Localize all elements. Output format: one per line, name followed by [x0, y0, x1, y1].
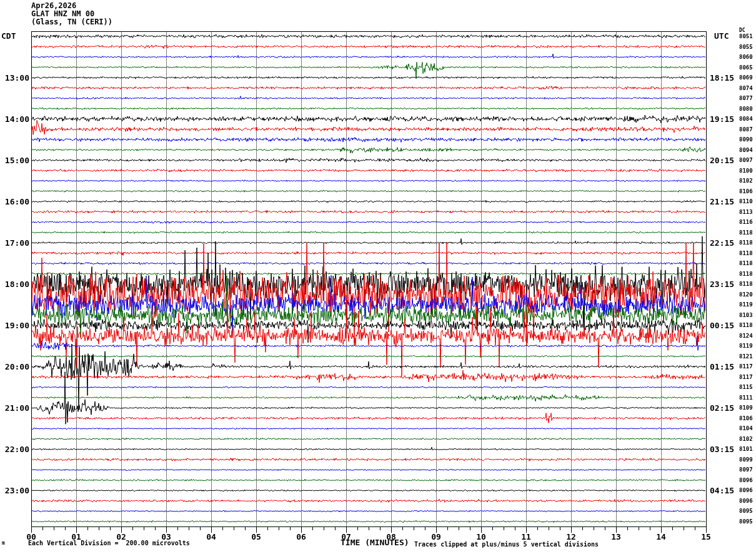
utc-time-label: 22:15 [710, 238, 734, 248]
x-axis-tick-label: 05 [247, 532, 266, 541]
dc-offset-value: 8118 [739, 250, 753, 256]
utc-time-label: 23:15 [710, 280, 734, 289]
dc-offset-value: 8106 [739, 188, 753, 194]
x-axis-tick-label: 12 [562, 532, 580, 541]
cdt-time-label: 16:00 [1, 197, 29, 206]
dc-offset-value: 8100 [739, 168, 753, 174]
dc-offset-value: 8080 [739, 106, 753, 112]
dc-offset-value: 8103 [739, 312, 753, 318]
cdt-time-label: 13:00 [1, 73, 29, 83]
dc-offset-value: 8095 [739, 518, 753, 525]
cdt-time-label: 23:00 [1, 486, 29, 495]
dc-offset-value: 8090 [739, 136, 753, 143]
dc-offset-value: 8110 [739, 198, 753, 204]
dc-offset-value: 8109 [739, 405, 753, 411]
title-location: (Glass, TN (CERI)) [31, 18, 112, 26]
clipping-note: Traces clipped at plus/minus 5 vertical … [414, 541, 599, 548]
dc-offset-value: 8084 [739, 116, 753, 122]
x-axis-tick-label: 15 [697, 532, 715, 541]
utc-time-label: 00:15 [710, 321, 734, 330]
dc-offset-value: 8101 [739, 446, 753, 452]
dc-offset-value: 8051 [739, 33, 753, 39]
cdt-time-label: 14:00 [1, 114, 29, 124]
cdt-time-label: 15:00 [1, 156, 29, 165]
cdt-time-label: 17:00 [1, 238, 29, 248]
utc-time-label: 20:15 [710, 156, 734, 165]
utc-time-label: 19:15 [710, 114, 734, 124]
dc-offset-value: 8087 [739, 126, 753, 133]
left-axis-header-cdt: CDT [1, 31, 16, 41]
utc-time-label: 04:15 [710, 486, 734, 495]
watermark-glyph: m [2, 540, 5, 546]
dc-offset-value: 8096 [739, 477, 753, 483]
x-axis-tick-label: 14 [652, 532, 670, 541]
dc-offset-value: 8096 [739, 487, 753, 493]
dc-offset-value: 8117 [739, 374, 753, 380]
dc-offset-value: 8118 [739, 281, 753, 287]
helicorder-screen: Apr26,2026 GLAT HNZ NM 00 (Glass, TN (CE… [0, 0, 756, 554]
dc-offset-value: 8069 [739, 74, 753, 81]
x-axis-tick-label: 13 [607, 532, 625, 541]
dc-offset-value: 8111 [739, 395, 753, 401]
dc-offset-value: 8074 [739, 85, 753, 91]
dc-offset-value: 8116 [739, 219, 753, 225]
dc-offset-value: 8115 [739, 384, 753, 390]
utc-time-label: 02:15 [710, 403, 734, 413]
dc-offset-value: 8095 [739, 508, 753, 514]
right-axis-header-utc: UTC [714, 31, 729, 41]
dc-offset-value: 8097 [739, 157, 753, 163]
x-axis-tick-label: 06 [292, 532, 311, 541]
cdt-time-label: 20:00 [1, 362, 29, 371]
dc-offset-value: 8097 [739, 466, 753, 473]
x-axis-tick-label: 11 [517, 532, 535, 541]
dc-offset-value: 8119 [739, 301, 753, 308]
dc-offset-value: 8118 [739, 260, 753, 266]
dc-offset-value: 8099 [739, 456, 753, 463]
dc-offset-value: 8118 [739, 229, 753, 236]
dc-offset-value: 8124 [739, 333, 753, 339]
dc-offset-value: 8102 [739, 178, 753, 184]
seismogram-canvas [0, 0, 756, 554]
vertical-division-note: Each Vertical Division = 200.00 microvol… [28, 540, 190, 546]
dc-offset-value: 8119 [739, 343, 753, 349]
dc-offset-value: 8060 [739, 54, 753, 60]
cdt-time-label: 22:00 [1, 445, 29, 454]
dc-offset-value: 8118 [739, 271, 753, 277]
dc-offset-value: 8077 [739, 95, 753, 101]
dc-offset-value: 8113 [739, 209, 753, 215]
dc-offset-value: 8120 [739, 291, 753, 298]
x-axis-tick-label: 04 [202, 532, 221, 541]
x-axis-title: TIME (MINUTES) [341, 538, 409, 547]
dc-offset-value: 8118 [739, 239, 753, 246]
dc-offset-value: 8104 [739, 425, 753, 431]
dc-offset-value: 8096 [739, 498, 753, 504]
x-axis-tick-label: 10 [472, 532, 490, 541]
cdt-time-label: 18:00 [1, 280, 29, 289]
utc-time-label: 03:15 [710, 445, 734, 454]
dc-offset-value: 8117 [739, 363, 753, 370]
dc-offset-value: 8102 [739, 436, 753, 442]
utc-time-label: 21:15 [710, 197, 734, 206]
dc-offset-value: 8055 [739, 44, 753, 50]
dc-offset-value: 8121 [739, 353, 753, 360]
dc-offset-value: 8106 [739, 415, 753, 421]
dc-column-header: DC [739, 28, 745, 33]
cdt-time-label: 21:00 [1, 403, 29, 413]
cdt-time-label: 19:00 [1, 321, 29, 330]
utc-time-label: 01:15 [710, 362, 734, 371]
utc-time-label: 18:15 [710, 73, 734, 83]
dc-offset-value: 8065 [739, 64, 753, 71]
x-axis-tick-label: 09 [427, 532, 445, 541]
dc-offset-value: 8094 [739, 147, 753, 153]
dc-offset-value: 8118 [739, 322, 753, 328]
